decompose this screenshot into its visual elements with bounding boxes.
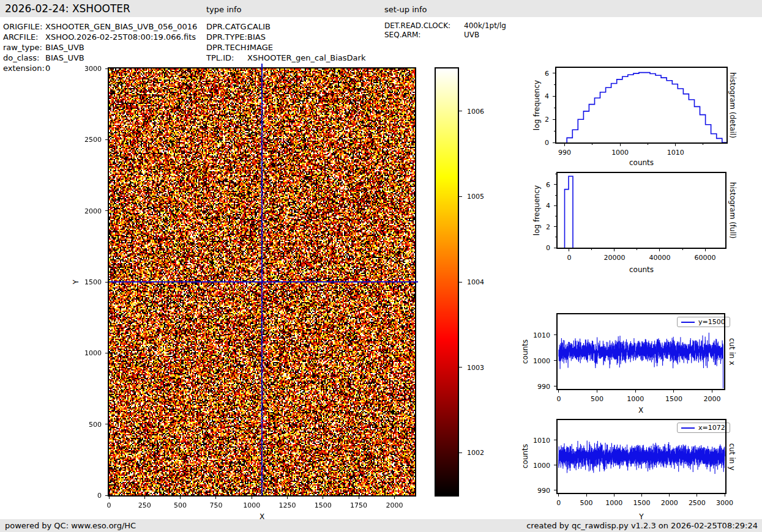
hist-full-frame [556, 172, 727, 249]
tick-mark [144, 497, 145, 499]
tick-mark [105, 282, 108, 283]
tick-mark [459, 282, 462, 283]
hist-full-ylabel: log frequency [532, 185, 541, 235]
tick-label: 3000 [84, 65, 102, 73]
hist-full-right-label: histogram (full) [728, 182, 737, 239]
tick-mark [459, 111, 462, 111]
tick-label: 2000 [386, 501, 403, 509]
tick-mark [459, 453, 462, 453]
tick-label: 990 [558, 149, 571, 157]
tick-mark [673, 390, 674, 393]
tick-label: 0 [567, 254, 571, 262]
tick-label: 1500 [315, 501, 332, 509]
tick-label: 0 [97, 492, 102, 500]
info-value: XSHOOTER_gen_cal_BiasDark [247, 53, 365, 62]
info-value: 0 [45, 64, 50, 73]
tick-mark [558, 390, 559, 393]
page-title: 2026-02-24: XSHOOTER [5, 2, 130, 15]
cut-y-right-label: cut in y [728, 443, 736, 471]
info-value: BIAS [247, 32, 266, 42]
tick-label: 0 [556, 499, 561, 507]
info-value: BIAS_UVB [45, 53, 84, 62]
info-row-arcfile: ARCFILE:XSHOO.2026-02-25T08:00:19.066.fi… [3, 32, 196, 42]
cut-y-ylabel: counts [521, 444, 529, 468]
tick-mark [554, 465, 556, 465]
tick-label: 1000 [533, 461, 550, 469]
tick-mark [554, 131, 555, 131]
tick-mark [682, 249, 683, 250]
tick-mark [597, 390, 597, 393]
type-info-heading: type info [206, 5, 242, 14]
tick-mark [555, 237, 556, 237]
tick-mark [555, 195, 556, 196]
info-value: XSHOOTER_GEN_BIAS_UVB_056_0016 [45, 22, 197, 31]
info-label: DPR.TECH: [206, 43, 247, 52]
info-value: CALIB [247, 22, 271, 31]
tick-mark [105, 68, 108, 69]
footer-powered-by: powered by QC: www.eso.org/HC [5, 521, 136, 530]
tick-mark [555, 216, 556, 216]
tick-label: 1000 [84, 349, 102, 357]
tick-mark [323, 497, 323, 499]
info-label: extension: [3, 64, 45, 73]
footer-created-by: created by qc_rawdisp.py v1.2.3 on 2026-… [526, 521, 758, 530]
cut-y-plot-frame [556, 419, 727, 494]
info-row-extension: extension:0 [3, 64, 50, 73]
info-label: ORIGFILE: [3, 22, 45, 31]
hist-detail-right-label: histogram (detail) [728, 72, 737, 138]
info-label: DPR.TYPE: [206, 32, 247, 42]
tick-mark [614, 494, 614, 497]
tick-label: 1010 [533, 331, 550, 339]
tick-label: 1000 [605, 499, 622, 507]
tick-mark [105, 424, 108, 424]
tick-label: 250 [138, 501, 151, 509]
tick-label: 6 [545, 69, 549, 77]
info-value: 400k/1pt/lg [464, 21, 506, 30]
tick-mark [394, 497, 395, 499]
info-value: XSHOO.2026-02-25T08:00:19.066.fits [45, 32, 196, 42]
info-row-origfile: ORIGFILE:XSHOOTER_GEN_BIAS_UVB_056_0016 [3, 22, 197, 31]
tick-mark [554, 205, 556, 206]
tick-label: 1000 [243, 501, 260, 509]
tick-mark [105, 210, 108, 211]
info-label: raw_type: [3, 43, 45, 52]
tick-label: 500 [174, 501, 187, 509]
tick-mark [287, 497, 288, 499]
tick-mark [459, 367, 462, 368]
colorbar-frame [435, 67, 459, 497]
tick-mark [105, 139, 108, 140]
tick-mark [591, 249, 592, 250]
tick-label: 40000 [649, 254, 670, 262]
tick-mark [252, 497, 252, 499]
info-label: do_class: [3, 53, 45, 62]
crosshair-vertical-line [261, 64, 263, 495]
info-label: TPL.ID: [206, 53, 247, 62]
tick-label: 500 [89, 420, 102, 428]
tick-mark [554, 334, 556, 335]
tick-mark [554, 386, 556, 386]
tick-mark [459, 196, 462, 197]
tick-mark [554, 360, 556, 361]
hist-detail-frame [555, 67, 728, 144]
tick-label: 4 [545, 92, 549, 100]
tick-label: 2000 [704, 395, 721, 403]
tick-mark [558, 494, 559, 497]
setup-row-readclock: DET.READ.CLOCK:400k/1pt/lg [384, 21, 506, 30]
tick-label: 1005 [467, 193, 484, 201]
info-row-rawtype: raw_type:BIAS_UVB [3, 43, 84, 52]
tick-label: 6 [546, 180, 550, 188]
tick-label: 2 [546, 223, 550, 231]
tick-mark [553, 142, 555, 143]
hist-full-xlabel: counts [629, 265, 654, 274]
tick-mark [554, 248, 556, 248]
tick-mark [180, 497, 181, 499]
tick-mark [703, 144, 703, 145]
tick-mark [554, 108, 555, 108]
tick-label: 2000 [661, 499, 678, 507]
tick-label: 750 [209, 501, 222, 509]
tick-mark [592, 144, 592, 145]
type-row-dprcatg: DPR.CATG:CALIB [206, 22, 271, 31]
info-label: DPR.CATG: [206, 22, 247, 31]
setup-info-heading: set-up info [384, 5, 427, 14]
tick-mark [648, 144, 648, 145]
